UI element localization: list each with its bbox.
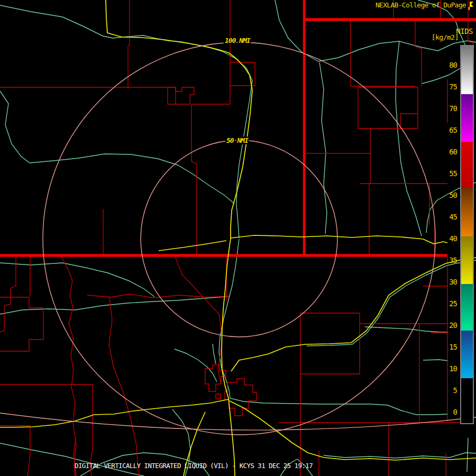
colorbar — [460, 45, 474, 424]
colorbar-units: [kg/m2] — [432, 33, 459, 41]
colorbar-tick: 40 — [439, 234, 457, 243]
colorbar-tick: 30 — [439, 277, 457, 287]
colorbar-tick: 5 — [439, 386, 457, 395]
colorbar-title: NIDS — [456, 27, 473, 35]
range-rings-layer: 100 NMI 50 NMI — [0, 36, 476, 435]
colorbar-tick: 0 — [439, 407, 457, 417]
range-ring-50 — [141, 140, 337, 337]
colorbar-tick: 75 — [439, 82, 457, 91]
city-boundaries — [205, 365, 257, 416]
range-ring-100 — [43, 42, 435, 435]
codupage-logo-icon — [467, 1, 474, 11]
radar-viewer: 100 NMI 50 NMI NEXLAB-College of DuPage … — [0, 0, 476, 476]
colorbar-tick: 80 — [439, 60, 457, 70]
colorbar-tick: 35 — [439, 255, 457, 265]
colorbar-tick: 60 — [439, 147, 457, 157]
range-ring-100-label: 100 NMI — [225, 36, 251, 44]
colorbar-tick: 50 — [439, 190, 457, 200]
branding-text: NEXLAB-College of DuPage — [376, 1, 466, 9]
colorbar-tick: 10 — [439, 364, 457, 373]
highways-layer — [0, 0, 476, 476]
rivers-layer — [0, 0, 476, 476]
product-caption: DIGITAL VERTICALLY INTEGRATED LIQUID (VI… — [75, 462, 313, 470]
colorbar-tick: 55 — [439, 169, 457, 178]
colorbar-tick: 20 — [439, 321, 457, 330]
colorbar-tick: 70 — [439, 104, 457, 113]
range-limit-arc — [0, 413, 476, 430]
colorbar-tick: 25 — [439, 299, 457, 308]
radar-map: 100 NMI 50 NMI — [0, 0, 476, 476]
colorbar-tick: 45 — [439, 212, 457, 222]
branding: NEXLAB-College of DuPage — [376, 1, 474, 11]
range-ring-50-label: 50 NMI — [226, 136, 249, 144]
colorbar-tick: 65 — [439, 125, 457, 135]
colorbar-tick: 15 — [439, 342, 457, 352]
